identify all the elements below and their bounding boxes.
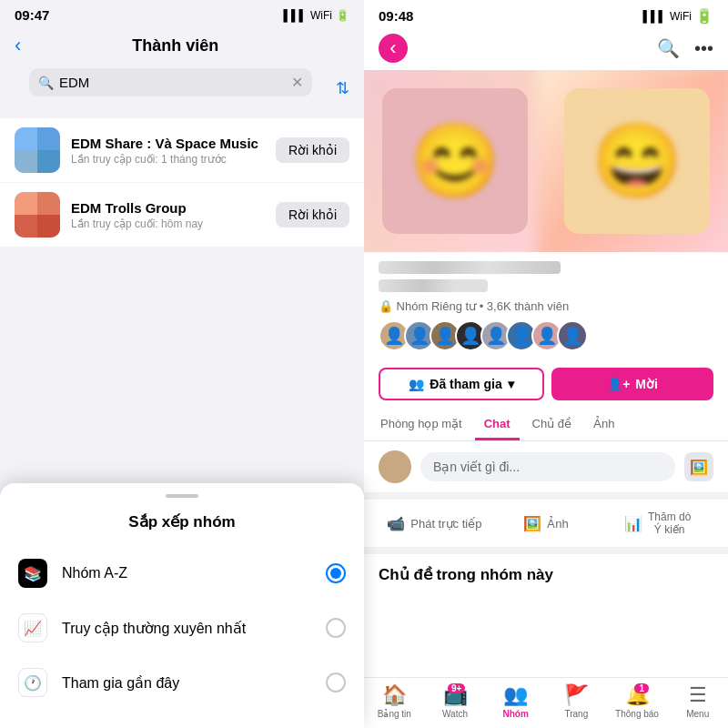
poster-avatar (379, 450, 411, 483)
battery-icon: 🔋 (336, 9, 349, 22)
groups-icon: 👥 (503, 683, 528, 707)
group-avatar-2 (15, 192, 60, 238)
group-item-1[interactable]: EDM Share : Và Space Music Lần truy cập … (0, 118, 364, 182)
cover-thumbnail-left: 😊 (382, 88, 528, 234)
post-actions-row: 📹 Phát trực tiếp 🖼️ Ảnh 📊 Thăm dòÝ kiến (364, 500, 728, 554)
live-label: Phát trực tiếp (410, 517, 481, 531)
radio-az[interactable] (326, 563, 346, 583)
live-action[interactable]: 📹 Phát trực tiếp (379, 505, 490, 541)
back-button-left[interactable]: ‹ (15, 34, 21, 57)
group-info-section: 🔒 Nhóm Riêng tư • 3,6K thành viên 👤 👤 👤 … (364, 252, 728, 368)
sort-bottom-sheet: Sắp xếp nhóm 📚 Nhóm A-Z 📈 Truy cập thườn… (0, 483, 364, 728)
joined-button[interactable]: 👥 Đã tham gia ▾ (379, 368, 544, 400)
trend-icon: 📈 (18, 613, 47, 642)
invite-button[interactable]: 👤+ Mời (551, 368, 713, 400)
nav-groups[interactable]: 👥 Nhóm (485, 683, 546, 719)
search-clear-icon[interactable]: ✕ (291, 74, 303, 91)
wifi-icon: WiFi (310, 9, 332, 22)
signal-icons-left: ▌▌▌ WiFi 🔋 (283, 9, 349, 22)
search-button-right[interactable]: 🔍 (657, 37, 680, 59)
poll-label: Thăm dòÝ kiến (648, 511, 691, 536)
live-icon: 📹 (387, 515, 405, 532)
clock-icon: 🕐 (18, 668, 47, 697)
post-box: Bạn viết gì đi... 🖼️ (364, 441, 728, 500)
group-info-2: EDM Trolls Group Lần truy cập cuối: hôm … (71, 200, 265, 230)
tab-topic[interactable]: Chủ đề (523, 410, 581, 440)
sort-label-frequent: Truy cập thường xuyên nhất (62, 620, 311, 637)
signal-icon: ▌▌▌ (283, 9, 307, 22)
nav-feed-label: Bảng tin (378, 709, 411, 719)
status-bar-left: 09:47 ▌▌▌ WiFi 🔋 (0, 0, 364, 26)
joined-label: Đã tham gia (430, 377, 501, 391)
group-sub-1: Lần truy cập cuối: 1 tháng trước (71, 153, 265, 166)
left-panel: 09:47 ▌▌▌ WiFi 🔋 ‹ Thành viên 🔍 EDM ✕ ⇅ (0, 0, 364, 728)
radio-recent[interactable] (326, 672, 346, 693)
more-options-button[interactable]: ••• (694, 38, 713, 59)
post-image-icon[interactable]: 🖼️ (684, 452, 713, 481)
tab-photo[interactable]: Ảnh (584, 410, 623, 440)
group-item-2[interactable]: EDM Trolls Group Lần truy cập cuối: hôm … (0, 183, 364, 247)
wifi-icon-r: WiFi (670, 10, 692, 23)
sheet-title: Sắp xếp nhóm (0, 512, 364, 531)
tab-room[interactable]: Phòng họp mặt (371, 410, 471, 440)
leave-button-1[interactable]: Rời khỏi (276, 137, 349, 163)
nav-watch[interactable]: 9+ 📺 Watch (425, 683, 486, 719)
search-icon: 🔍 (38, 76, 54, 90)
nav-notif-label: Thông báo (615, 709, 659, 719)
battery-icon-r: 🔋 (695, 7, 713, 25)
tab-chat[interactable]: Chat (475, 410, 520, 440)
watch-badge: 9+ (448, 683, 465, 693)
sort-option-frequent[interactable]: 📈 Truy cập thường xuyên nhất (0, 601, 364, 655)
sort-label-recent: Tham gia gần đây (62, 674, 311, 692)
group-info-1: EDM Share : Và Space Music Lần truy cập … (71, 136, 265, 166)
signal-icons-right: ▌▌▌ WiFi 🔋 (642, 7, 713, 25)
right-panel: 09:48 ▌▌▌ WiFi 🔋 ‹ 🔍 ••• 😊 😄 🔒 Nhóm Riên… (364, 0, 728, 728)
home-icon: 🏠 (382, 683, 407, 707)
action-row: 👥 Đã tham gia ▾ 👤+ Mời (364, 368, 728, 400)
leave-button-2[interactable]: Rời khỏi (276, 202, 349, 228)
photo-label: Ảnh (547, 517, 568, 531)
group-title-blurred-1 (379, 261, 561, 274)
face-emoji-left: 😊 (410, 118, 500, 204)
left-header: ‹ Thành viên (0, 26, 364, 68)
sort-option-recent[interactable]: 🕐 Tham gia gần đây (0, 655, 364, 710)
pages-icon: 🚩 (564, 683, 589, 707)
post-input[interactable]: Bạn viết gì đi... (420, 452, 675, 481)
group-title-blurred-2 (379, 279, 488, 292)
nav-menu[interactable]: ☰ Menu (667, 683, 728, 719)
radio-frequent[interactable] (326, 618, 346, 638)
search-value: EDM (59, 75, 286, 90)
status-time-left: 09:47 (15, 7, 49, 23)
nav-pages[interactable]: 🚩 Trang (546, 683, 607, 719)
back-button-right[interactable]: ‹ (379, 34, 408, 63)
nav-notifications[interactable]: 1 🔔 Thông báo (607, 683, 668, 719)
group-name-1: EDM Share : Và Space Music (71, 136, 265, 151)
sort-label-az: Nhóm A-Z (62, 565, 311, 581)
poll-icon: 📊 (624, 515, 642, 532)
book-icon: 📚 (18, 559, 47, 588)
section-title: Chủ đề trong nhóm này (364, 554, 728, 590)
tab-row: Phòng họp mặt Chat Chủ đề Ảnh (364, 410, 728, 441)
photo-action[interactable]: 🖼️ Ảnh (490, 505, 602, 541)
sort-icon[interactable]: ⇅ (336, 78, 349, 98)
sort-option-az[interactable]: 📚 Nhóm A-Z (0, 546, 364, 601)
dropdown-icon: ▾ (508, 377, 514, 391)
menu-icon: ☰ (689, 683, 707, 707)
nav-feed[interactable]: 🏠 Bảng tin (364, 683, 425, 719)
face-emoji-right: 😄 (592, 118, 682, 204)
page-title-left: Thành viên (32, 36, 318, 56)
joined-icon: 👥 (409, 377, 424, 391)
photo-icon: 🖼️ (523, 515, 541, 532)
right-header: ‹ 🔍 ••• (364, 28, 728, 70)
member-avatar-8: 👤 (557, 320, 588, 351)
cover-thumbnail-right: 😄 (564, 88, 710, 234)
add-person-icon: 👤+ (607, 377, 630, 391)
group-meta: 🔒 Nhóm Riêng tư • 3,6K thành viên (379, 299, 713, 313)
group-avatar-1 (15, 127, 60, 173)
group-name-2: EDM Trolls Group (71, 200, 265, 216)
nav-watch-label: Watch (442, 709, 468, 719)
invite-label: Mời (635, 377, 658, 391)
poll-action[interactable]: 📊 Thăm dòÝ kiến (602, 505, 713, 541)
search-bar[interactable]: 🔍 EDM ✕ (29, 68, 312, 96)
status-bar-right: 09:48 ▌▌▌ WiFi 🔋 (364, 0, 728, 28)
